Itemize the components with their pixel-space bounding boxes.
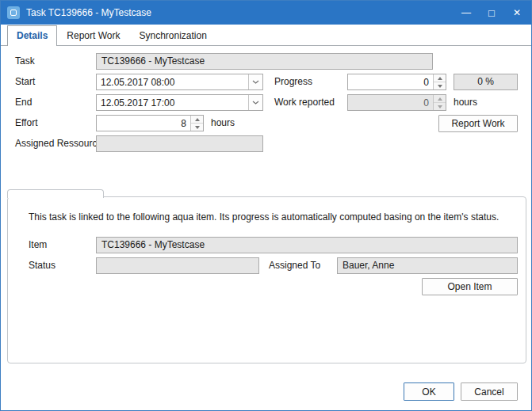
close-button[interactable]: ✕ (504, 1, 530, 25)
task-label: Task (15, 53, 35, 70)
end-label: End (15, 94, 32, 111)
work-reported-unit-label: hours (454, 94, 477, 111)
report-work-button[interactable]: Report Work (438, 115, 518, 132)
status-field (96, 257, 259, 274)
end-datetime-picker (96, 94, 263, 111)
item-field: TC139666 - MyTestcase (96, 237, 518, 253)
work-reported-label: Work reported (274, 94, 335, 111)
minimize-button[interactable]: — (454, 1, 479, 25)
effort-unit-label: hours (211, 115, 235, 131)
assigned-resource-label: Assigned Ressource (15, 135, 102, 152)
open-item-button[interactable]: Open Item (422, 278, 518, 295)
assigned-resource-field (96, 135, 263, 152)
spin-up-icon (438, 97, 442, 101)
spin-down-button (434, 102, 446, 110)
spin-up-button (434, 95, 446, 102)
assigned-to-label: Assigned To (269, 257, 320, 274)
tab-details[interactable]: Details (7, 25, 57, 46)
app-icon (7, 6, 20, 19)
assigned-to-field: Bauer, Anne (337, 257, 518, 274)
spin-down-button[interactable] (191, 123, 203, 131)
ok-button[interactable]: OK (404, 382, 454, 401)
spin-down-icon (438, 105, 442, 108)
spin-up-button[interactable] (191, 116, 203, 123)
end-dropdown-button[interactable] (248, 95, 262, 110)
start-datetime-picker (96, 74, 263, 90)
spin-down-icon (195, 126, 200, 129)
effort-spin-buttons (190, 116, 203, 131)
titlebar[interactable]: Task TC139666 - MyTestcase — □ ✕ (1, 1, 531, 25)
progress-label: Progress (274, 74, 312, 90)
maximize-button[interactable]: □ (479, 1, 504, 25)
work-reported-spin-buttons (433, 95, 446, 110)
cancel-button[interactable]: Cancel (461, 382, 518, 401)
effort-label: Effort (15, 115, 37, 131)
maximize-icon: □ (488, 8, 495, 18)
tab-synchronization[interactable]: Synchronization (130, 25, 216, 45)
spin-down-button[interactable] (434, 82, 446, 89)
close-icon: ✕ (513, 8, 521, 17)
window-controls: — □ ✕ (454, 1, 530, 25)
tab-strip: Details Report Work Synchronization (1, 25, 531, 46)
chevron-down-icon (252, 80, 259, 84)
spin-up-icon (438, 77, 442, 80)
group-box-tab (7, 189, 104, 198)
chevron-down-icon (252, 101, 259, 105)
window-title: Task TC139666 - MyTestcase (26, 7, 151, 18)
start-datetime-input[interactable] (97, 74, 248, 89)
work-reported-spinner (347, 94, 446, 111)
progress-input[interactable] (348, 74, 433, 89)
work-reported-input (348, 95, 433, 110)
spin-up-icon (195, 118, 200, 121)
start-dropdown-button[interactable] (248, 74, 262, 89)
item-label: Item (29, 237, 47, 253)
start-label: Start (15, 74, 35, 90)
status-label: Status (29, 257, 55, 274)
progress-percent-field: 0 % (454, 74, 518, 90)
progress-spin-buttons (433, 74, 446, 89)
dialog-window: Task TC139666 - MyTestcase — □ ✕ Details… (0, 0, 532, 411)
tab-report-work[interactable]: Report Work (57, 25, 129, 45)
effort-input[interactable] (97, 116, 190, 131)
linked-item-description: This task is linked to the following aqu… (29, 211, 504, 223)
spin-down-icon (438, 85, 442, 88)
end-datetime-input[interactable] (97, 95, 248, 110)
spin-up-button[interactable] (434, 74, 446, 82)
progress-spinner (347, 74, 446, 90)
effort-spinner (96, 115, 204, 131)
minimize-icon: — (461, 8, 471, 17)
app-icon-glyph (10, 10, 17, 16)
task-field: TC139666 - MyTestcase (96, 53, 433, 70)
